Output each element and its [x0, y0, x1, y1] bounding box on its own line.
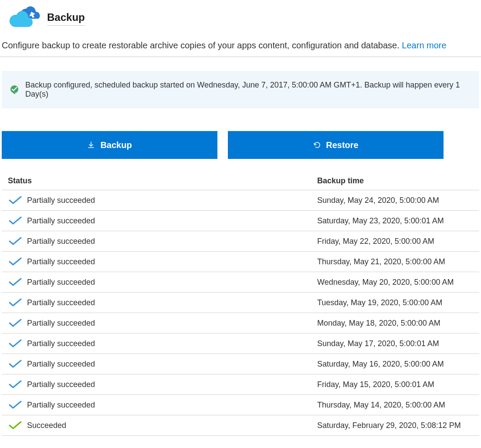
status-cell: Partially succeeded: [8, 298, 317, 307]
check-partial-icon: [8, 380, 23, 389]
time-text: Saturday, May 23, 2020, 5:00:01 AM: [317, 216, 444, 225]
status-cell: Partially succeeded: [8, 359, 317, 369]
time-text: Wednesday, May 20, 2020, 5:00:00 AM: [317, 278, 454, 286]
status-cell: Partially succeeded: [8, 339, 317, 348]
backup-cloud-icon: [9, 6, 40, 30]
time-text: Tuesday, May 19, 2020, 5:00:00 AM: [317, 298, 442, 307]
check-partial-icon: [8, 318, 23, 328]
table-row[interactable]: Partially succeededSunday, May 24, 2020,…: [2, 190, 479, 211]
page-description: Configure backup to create restorable ar…: [0, 30, 481, 57]
table-row[interactable]: SucceededSaturday, February 29, 2020, 5:…: [2, 415, 479, 436]
table-row[interactable]: Partially succeededThursday, May 14, 202…: [2, 395, 479, 415]
time-cell: Saturday, May 23, 2020, 5:00:01 AM: [317, 216, 473, 226]
table-row[interactable]: Partially succeededThursday, May 21, 202…: [2, 252, 479, 272]
check-partial-icon: [8, 236, 23, 246]
time-cell: Thursday, May 14, 2020, 5:00:00 AM: [317, 401, 473, 410]
restore-button-label: Restore: [326, 140, 358, 150]
restore-icon: [313, 141, 321, 149]
status-text: Partially succeeded: [27, 319, 95, 328]
time-text: Thursday, May 14, 2020, 5:00:00 AM: [317, 401, 445, 409]
check-success-icon: [8, 421, 23, 430]
page-header: Backup: [0, 0, 481, 30]
time-text: Saturday, February 29, 2020, 5:08:12 PM: [317, 421, 461, 430]
time-cell: Friday, May 22, 2020, 5:00:00 AM: [317, 237, 473, 246]
status-text: Succeeded: [27, 421, 66, 430]
time-cell: Saturday, May 16, 2020, 5:00:00 AM: [317, 360, 473, 369]
table-row[interactable]: Partially succeededTuesday, May 19, 2020…: [2, 293, 479, 313]
info-banner: Backup configured, scheduled backup star…: [2, 71, 479, 108]
banner-text: Backup configured, scheduled backup star…: [25, 81, 471, 99]
time-text: Friday, May 15, 2020, 5:00:01 AM: [317, 380, 434, 389]
svg-rect-1: [14, 93, 15, 94]
time-text: Sunday, May 24, 2020, 5:00:00 AM: [317, 196, 439, 205]
page-title: Backup: [47, 11, 85, 26]
table-header: Status Backup time: [2, 172, 479, 190]
time-text: Saturday, May 16, 2020, 5:00:00 AM: [317, 360, 444, 368]
check-partial-icon: [8, 400, 23, 410]
status-cell: Partially succeeded: [8, 380, 317, 389]
status-cell: Partially succeeded: [8, 195, 317, 205]
description-text: Configure backup to create restorable ar…: [2, 40, 402, 50]
status-text: Partially succeeded: [27, 216, 95, 226]
status-text: Partially succeeded: [27, 401, 95, 410]
status-cell: Succeeded: [8, 421, 317, 430]
status-cell: Partially succeeded: [8, 318, 317, 328]
time-text: Monday, May 18, 2020, 5:00:00 AM: [317, 319, 440, 327]
time-cell: Tuesday, May 19, 2020, 5:00:00 AM: [317, 298, 473, 307]
status-text: Partially succeeded: [27, 380, 95, 389]
table-row[interactable]: Partially succeededSunday, May 17, 2020,…: [2, 333, 479, 354]
status-text: Partially succeeded: [27, 257, 95, 266]
column-header-time: Backup time: [317, 176, 473, 185]
status-cell: Partially succeeded: [8, 257, 317, 266]
time-cell: Wednesday, May 20, 2020, 5:00:00 AM: [317, 278, 473, 287]
learn-more-link[interactable]: Learn more: [402, 40, 446, 50]
time-cell: Friday, May 15, 2020, 5:00:01 AM: [317, 380, 473, 389]
backup-button[interactable]: Backup: [2, 131, 217, 159]
check-partial-icon: [8, 298, 23, 307]
download-icon: [87, 141, 95, 149]
table-row[interactable]: Partially succeededSaturday, May 16, 202…: [2, 354, 479, 374]
restore-button[interactable]: Restore: [228, 131, 444, 159]
table-body: Partially succeededSunday, May 24, 2020,…: [2, 190, 479, 436]
time-cell: Monday, May 18, 2020, 5:00:00 AM: [317, 319, 473, 328]
check-partial-icon: [8, 195, 23, 205]
table-row[interactable]: Partially succeededFriday, May 22, 2020,…: [2, 231, 479, 252]
check-partial-icon: [8, 359, 23, 369]
time-cell: Thursday, May 21, 2020, 5:00:00 AM: [317, 257, 473, 266]
table-row[interactable]: Partially succeededSaturday, May 23, 202…: [2, 211, 479, 231]
table-row[interactable]: Partially succeededWednesday, May 20, 20…: [2, 272, 479, 293]
status-text: Partially succeeded: [27, 339, 95, 348]
success-badge-icon: [10, 85, 19, 94]
status-text: Partially succeeded: [27, 298, 95, 307]
status-text: Partially succeeded: [27, 196, 95, 205]
table-row[interactable]: Partially succeededMonday, May 18, 2020,…: [2, 313, 479, 333]
time-text: Friday, May 22, 2020, 5:00:00 AM: [317, 237, 434, 246]
status-cell: Partially succeeded: [8, 236, 317, 246]
status-text: Partially succeeded: [27, 278, 95, 287]
time-cell: Saturday, February 29, 2020, 5:08:12 PM: [317, 421, 473, 430]
status-text: Partially succeeded: [27, 360, 95, 369]
status-cell: Partially succeeded: [8, 277, 317, 287]
action-buttons: Backup Restore: [2, 131, 479, 159]
column-header-status: Status: [8, 176, 317, 185]
check-partial-icon: [8, 339, 23, 348]
status-text: Partially succeeded: [27, 237, 95, 246]
check-partial-icon: [8, 257, 23, 266]
table-row[interactable]: Partially succeededFriday, May 15, 2020,…: [2, 374, 479, 395]
backup-button-label: Backup: [100, 140, 132, 150]
time-cell: Sunday, May 24, 2020, 5:00:00 AM: [317, 196, 473, 205]
time-text: Thursday, May 21, 2020, 5:00:00 AM: [317, 257, 445, 266]
status-cell: Partially succeeded: [8, 216, 317, 226]
status-cell: Partially succeeded: [8, 400, 317, 410]
time-cell: Sunday, May 17, 2020, 5:00:01 AM: [317, 339, 473, 348]
time-text: Sunday, May 17, 2020, 5:00:01 AM: [317, 339, 439, 348]
check-partial-icon: [8, 277, 23, 287]
check-partial-icon: [8, 216, 23, 226]
backup-history-table: Status Backup time Partially succeededSu…: [2, 172, 479, 436]
